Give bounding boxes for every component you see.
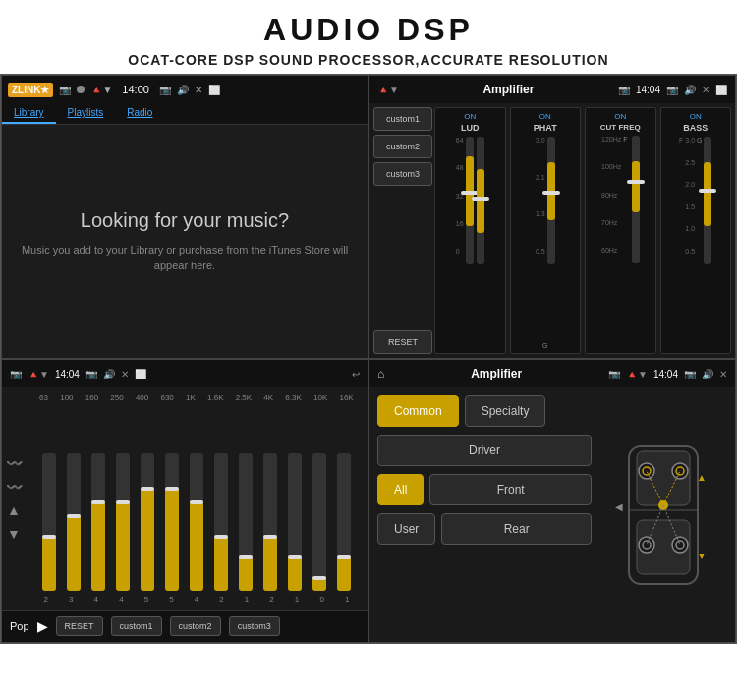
cam-icon: 📷: [159, 85, 171, 95]
fader-track-160: [91, 453, 105, 591]
eq-fader-1.6K[interactable]: [214, 453, 228, 591]
spk-row-1: Common Specialty: [377, 395, 592, 427]
fader-fill-160: [91, 501, 105, 591]
bass-g-label: G: [697, 137, 702, 349]
lud-fader2[interactable]: [477, 137, 484, 264]
btn-specialty[interactable]: Specialty: [465, 395, 546, 427]
eq-cutfreq-on: ON: [614, 112, 626, 121]
panel-speaker: ⌂ Amplifier 📷 🔺▼ 14:04 📷 🔊 ✕ Common Spec…: [368, 359, 736, 643]
page-subtitle: OCAT-CORE DSP SOUND PROCESSOR,ACCURATE R…: [0, 52, 737, 68]
val-label-6.3K: 1: [287, 595, 307, 604]
tab-playlists[interactable]: Playlists: [56, 103, 116, 124]
eq-fader-160[interactable]: [91, 453, 105, 591]
cutfreq-faders: [632, 136, 640, 349]
eq-fader-630[interactable]: [165, 453, 179, 591]
eq-mode-label: Pop: [10, 620, 29, 632]
amp-cam-icon: 📷: [666, 85, 678, 95]
amp-vol-icon: 🔊: [684, 85, 696, 95]
amp-photo-icon: 📷: [618, 85, 630, 95]
eq-fader-4K[interactable]: [263, 453, 277, 591]
eq-fader-16K[interactable]: [337, 453, 351, 591]
freq-label-250: 250: [110, 393, 123, 402]
eq-lud-label: LUD: [461, 123, 480, 133]
fader-track-400: [141, 453, 154, 591]
fader-fill-4K: [263, 536, 277, 591]
val-label-2.5K: 1: [237, 595, 256, 604]
svg-text:▲: ▲: [697, 472, 707, 483]
amp-rect-icon: ⬜: [715, 85, 727, 95]
vol-icon: 🔊: [177, 85, 189, 95]
eq-fader-250[interactable]: [116, 453, 130, 591]
eq-play-btn[interactable]: ▶: [37, 618, 48, 634]
fader-fill-1.6K: [214, 536, 228, 591]
lud-fader1[interactable]: [466, 137, 474, 264]
eq-phat-on: ON: [539, 112, 551, 121]
fader-track-1.6K: [214, 453, 228, 591]
amp-time: 14:04: [636, 85, 660, 95]
spk-vol-icon: 🔊: [702, 369, 713, 379]
eq-section: ON LUD 644832160: [434, 107, 731, 354]
tab-radio[interactable]: Radio: [115, 103, 164, 124]
eq-fader-100[interactable]: [67, 453, 81, 591]
eq-x-icon: ✕: [121, 369, 129, 379]
btn-common[interactable]: Common: [377, 395, 459, 427]
freq-label-100: 100: [60, 393, 73, 402]
eq-rect-icon: ⬜: [135, 369, 146, 379]
spk-status-bar: ⌂ Amplifier 📷 🔺▼ 14:04 📷 🔊 ✕: [369, 360, 735, 387]
eq-fader-63[interactable]: [42, 453, 56, 591]
up-arrow-icon[interactable]: ▲: [7, 502, 21, 518]
eq-back-icon[interactable]: ↩: [352, 369, 360, 379]
val-label-400: 5: [137, 595, 156, 604]
fader-fill-630: [165, 488, 179, 591]
bass-faders: [704, 137, 711, 349]
spk-row-2: Driver: [377, 435, 592, 466]
spk-nav-icon: 🔺▼: [626, 369, 648, 379]
btn-user[interactable]: User: [377, 513, 435, 545]
fader-thumb-6.3K: [288, 555, 302, 559]
fader-thumb-160: [91, 500, 105, 504]
btn-front[interactable]: Front: [429, 474, 592, 505]
eq-content: 〰️ 〰️ ▲ ▼ 631001602504006301K1.6K2.5K4K6…: [2, 387, 368, 610]
eq-preset2-btn[interactable]: custom2: [170, 616, 221, 636]
fader-track-4K: [263, 453, 277, 591]
freq-label-400: 400: [136, 393, 148, 402]
fader-fill-63: [42, 536, 56, 591]
tab-library[interactable]: Library: [2, 103, 56, 124]
spk-photo-icon: 📷: [608, 369, 620, 379]
bass-fader1-thumb: [699, 189, 716, 193]
eq-reset-btn[interactable]: RESET: [56, 616, 103, 636]
eq-fader-2.5K[interactable]: [239, 453, 253, 591]
eq-fader-400[interactable]: [141, 453, 154, 591]
eq-preset3-btn[interactable]: custom3: [229, 616, 280, 636]
fader-fill-100: [67, 515, 81, 591]
phat-fader1[interactable]: [547, 137, 555, 264]
lud-fader1-thumb: [461, 191, 479, 195]
eq-fader-10K[interactable]: [312, 453, 326, 591]
rect-icon: ⬜: [208, 85, 220, 95]
preset-custom3[interactable]: custom3: [373, 162, 432, 186]
eq-fader-1K[interactable]: [190, 453, 203, 591]
amp-title: Amplifier: [405, 83, 612, 96]
btn-driver[interactable]: Driver: [377, 435, 592, 466]
btn-all[interactable]: All: [377, 474, 424, 505]
eq-fader-6.3K[interactable]: [288, 453, 302, 591]
eq-freq-labels: 631001602504006301K1.6K2.5K4K6.3K10K16K: [33, 393, 360, 402]
fader-thumb-100: [67, 514, 81, 518]
spk-x-icon: ✕: [719, 369, 727, 379]
val-label-16K: 1: [337, 595, 357, 604]
bass-fader1[interactable]: [704, 137, 711, 264]
preset-custom2[interactable]: custom2: [373, 135, 432, 158]
cutfreq-fader1[interactable]: [632, 136, 640, 263]
lud-scale: 644832160: [456, 137, 464, 255]
eq-band-phat: ON PHAT 3.02.11.30.5 G: [510, 107, 582, 354]
val-label-1.6K: 2: [211, 595, 231, 604]
amp-reset-btn[interactable]: RESET: [373, 330, 432, 354]
fader-thumb-2.5K: [239, 555, 253, 559]
preset-custom1[interactable]: custom1: [373, 107, 432, 131]
spk-body: Common Specialty Driver All Front User R…: [369, 387, 735, 642]
down-arrow-icon[interactable]: ▼: [7, 526, 21, 542]
svg-text:▼: ▼: [697, 551, 707, 561]
btn-rear[interactable]: Rear: [441, 513, 592, 545]
eq-preset1-btn[interactable]: custom1: [111, 616, 162, 636]
freq-label-1K: 1K: [186, 393, 196, 402]
